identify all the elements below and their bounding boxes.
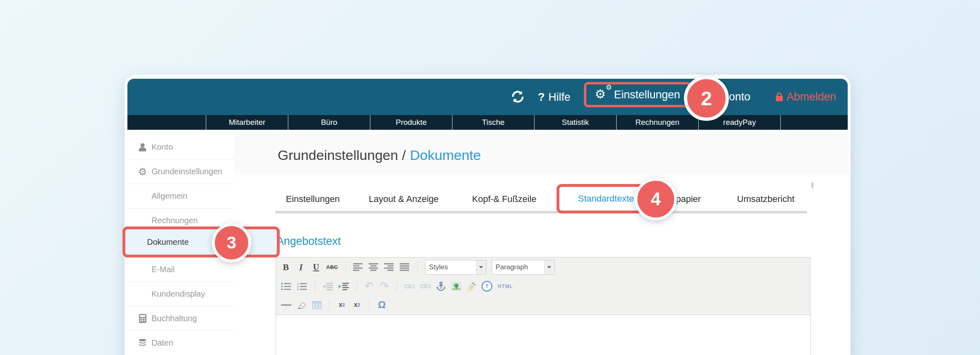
italic-button[interactable]: I xyxy=(296,261,306,273)
indent-icon xyxy=(339,282,349,291)
sidebar-item-kundendisplay[interactable]: Kundendisplay xyxy=(127,282,235,306)
help-button-editor[interactable]: ? xyxy=(481,280,492,293)
undo-button[interactable]: ↶ xyxy=(364,280,374,293)
outdent-icon xyxy=(323,282,333,291)
eraser-icon xyxy=(297,301,307,309)
sidebar-item-email[interactable]: E-Mail xyxy=(127,257,235,282)
tab-standardtexte[interactable]: Standardtexte xyxy=(578,193,634,204)
module-nav-bar: Mitarbeiter Büro Produkte Tische Statist… xyxy=(127,115,848,130)
horizontal-rule-button[interactable] xyxy=(281,299,292,311)
html-source-button[interactable]: HTML xyxy=(498,280,513,293)
tab-umsatzbericht[interactable]: Umsatzbericht xyxy=(737,194,795,204)
align-right-button[interactable] xyxy=(384,261,394,273)
anchor-button[interactable] xyxy=(436,280,446,293)
logout-button[interactable]: Abmelden xyxy=(776,91,836,103)
bold-button[interactable]: B xyxy=(281,261,291,273)
step-badge-2: 2 xyxy=(684,76,729,121)
cleanup-button[interactable] xyxy=(466,280,476,293)
app-window-card: ? Hilfe ⚙⚙ Einstellungen Konto Abmelden … xyxy=(125,75,851,355)
page-background: ? Hilfe ⚙⚙ Einstellungen Konto Abmelden … xyxy=(0,0,980,355)
toolbar-separator xyxy=(396,281,397,292)
gears-icon: ⚙⚙ xyxy=(595,88,609,102)
settings-label: Einstellungen xyxy=(614,89,680,101)
align-right-icon xyxy=(384,263,394,271)
scrollbar-thumb[interactable] xyxy=(811,182,813,188)
question-icon: ? xyxy=(538,91,545,104)
sidebar-item-konto[interactable]: Konto xyxy=(127,135,235,160)
table-icon xyxy=(312,301,321,309)
outdent-button[interactable] xyxy=(323,280,333,293)
toolbar-separator xyxy=(329,300,330,311)
settings-button-highlight[interactable]: ⚙⚙ Einstellungen xyxy=(584,82,692,107)
tabs-underline xyxy=(275,211,807,213)
align-center-icon xyxy=(369,263,379,271)
editor-content-area[interactable] xyxy=(276,315,810,355)
styles-dropdown[interactable]: Styles xyxy=(425,260,486,275)
nav-spacer xyxy=(127,115,206,130)
unlink-button[interactable] xyxy=(420,280,431,293)
editor-toolbar-row-3: x2 x2 Ω xyxy=(276,296,810,314)
breadcrumb-current: Dokumente xyxy=(410,147,481,163)
link-icon xyxy=(404,283,415,290)
editor-toolbar-row-1: B I U ABC xyxy=(276,257,810,277)
refresh-button[interactable] xyxy=(510,89,525,104)
nav-item-buero[interactable]: Büro xyxy=(288,115,370,130)
numbered-list-button[interactable]: 123 xyxy=(297,280,307,293)
tab-einstellungen[interactable]: Einstellungen xyxy=(286,194,340,204)
align-left-icon xyxy=(353,263,363,271)
section-title: Angebotstext xyxy=(276,235,341,248)
insert-link-button[interactable] xyxy=(404,280,415,293)
indent-button[interactable] xyxy=(339,280,349,293)
chevron-down-icon xyxy=(544,260,554,274)
sidebar-item-daten[interactable]: Daten xyxy=(127,331,235,355)
user-icon xyxy=(138,143,147,152)
broom-icon xyxy=(466,282,476,291)
nav-item-rechnungen[interactable]: Rechnungen xyxy=(616,115,698,130)
breadcrumb-parent: Grundeinstellungen / xyxy=(278,147,406,163)
nav-item-statistik[interactable]: Statistik xyxy=(534,115,616,130)
bullet-list-icon xyxy=(281,282,292,291)
subscript-button[interactable]: x2 xyxy=(337,299,347,311)
help-label: Hilfe xyxy=(548,91,570,104)
step-badge-4: 4 xyxy=(635,178,677,220)
svg-text:2: 2 xyxy=(297,285,298,288)
rich-text-editor: B I U ABC xyxy=(276,257,811,355)
align-justify-button[interactable] xyxy=(400,261,410,273)
lock-icon xyxy=(776,96,783,101)
insert-table-button[interactable] xyxy=(312,299,322,311)
underline-button[interactable]: U xyxy=(311,261,321,273)
logout-label: Abmelden xyxy=(786,91,836,103)
database-icon xyxy=(138,339,147,347)
tab-layout-anzeige[interactable]: Layout & Anzeige xyxy=(369,194,439,204)
image-icon xyxy=(452,282,461,291)
toolbar-separator xyxy=(356,281,357,292)
toolbar-separator xyxy=(369,300,370,311)
paragraph-dropdown[interactable]: Paragraph xyxy=(492,260,555,275)
calculator-icon xyxy=(139,314,147,323)
sidebar-item-dokumente[interactable]: Dokumente xyxy=(122,226,280,257)
nav-item-produkte[interactable]: Produkte xyxy=(370,115,452,130)
step-badge-3: 3 xyxy=(212,223,251,262)
sidebar-item-label: Dokumente xyxy=(147,237,189,247)
nav-item-tische[interactable]: Tische xyxy=(452,115,534,130)
gear-icon: ⚙ xyxy=(138,167,147,177)
unlink-icon xyxy=(420,283,431,290)
strikethrough-button[interactable]: ABC xyxy=(326,261,338,273)
align-left-button[interactable] xyxy=(353,261,363,273)
sidebar-item-buchhaltung[interactable]: Buchhaltung xyxy=(127,306,235,331)
align-center-button[interactable] xyxy=(369,261,379,273)
remove-format-button[interactable] xyxy=(297,299,307,311)
help-button[interactable]: ? Hilfe xyxy=(538,91,570,104)
bullet-list-button[interactable] xyxy=(281,280,292,293)
top-header-bar: ? Hilfe ⚙⚙ Einstellungen Konto Abmelden xyxy=(127,79,848,115)
tab-kopf-fusszeile[interactable]: Kopf-& Fußzeile xyxy=(472,194,537,204)
editor-toolbar-row-2: 123 ↶ xyxy=(276,277,810,296)
redo-button[interactable]: ↷ xyxy=(379,280,389,293)
nav-item-mitarbeiter[interactable]: Mitarbeiter xyxy=(206,115,288,130)
special-char-button[interactable]: Ω xyxy=(377,299,387,311)
insert-image-button[interactable] xyxy=(451,280,461,293)
sidebar-item-allgemein[interactable]: Allgemein xyxy=(127,184,235,209)
chevron-down-icon xyxy=(476,260,486,274)
superscript-button[interactable]: x2 xyxy=(352,299,362,311)
sidebar-item-grundeinstellungen[interactable]: ⚙ Grundeinstellungen xyxy=(127,160,235,184)
